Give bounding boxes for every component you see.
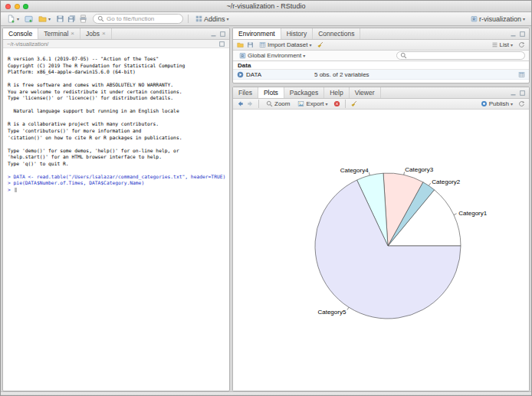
environment-object-list: Data DATA 5 obs. of 2 variables — [233, 61, 529, 83]
environment-tabbar: Environment History Connections — [233, 28, 529, 40]
console-working-directory: ~/r-visualization/ — [3, 40, 229, 48]
remove-plot-icon[interactable] — [333, 100, 340, 107]
load-workspace-icon[interactable] — [237, 41, 244, 48]
pie-label: Category1 — [458, 210, 487, 217]
tab-label: Files — [238, 89, 252, 97]
window-bottom-strip — [1, 391, 531, 395]
list-icon — [491, 41, 498, 48]
console-line: Type 'demo()' for some demos, 'help()' f… — [8, 148, 225, 155]
zoom-button[interactable]: Zoom — [264, 100, 292, 108]
console-line: Natural language support but running in … — [8, 108, 225, 115]
console-line: R is free software and comes with ABSOLU… — [8, 82, 225, 89]
object-summary: 5 obs. of 2 variables — [314, 71, 516, 78]
zoom-label: Zoom — [274, 100, 290, 107]
export-button[interactable]: Export ▾ — [295, 100, 330, 108]
console-line: R is a collaborative project with many c… — [8, 121, 225, 128]
pie-label-tick — [347, 307, 349, 309]
open-file-button[interactable]: ▾ — [36, 14, 53, 24]
publish-button[interactable]: Publish ▾ — [478, 100, 515, 108]
addins-menu-button[interactable]: Addins ▾ — [193, 15, 232, 24]
tab-console[interactable]: Console — [3, 28, 38, 39]
new-project-icon[interactable] — [25, 15, 33, 23]
minimize-panel-icon[interactable] — [510, 31, 517, 38]
view-data-icon[interactable] — [518, 71, 525, 78]
tab-plots[interactable]: Plots — [258, 87, 284, 98]
save-workspace-icon[interactable] — [247, 41, 254, 48]
minimize-panel-icon[interactable] — [210, 31, 217, 38]
dropdown-caret-icon: ▾ — [227, 17, 229, 21]
close-tab-icon[interactable]: × — [102, 31, 106, 37]
tab-help[interactable]: Help — [324, 87, 349, 98]
tab-files[interactable]: Files — [233, 87, 258, 98]
new-file-button[interactable]: ▾ — [5, 14, 21, 24]
goto-file-placeholder: Go to file/function — [107, 15, 154, 22]
tab-history[interactable]: History — [281, 28, 313, 39]
window-title: ~/r-visualization - RStudio — [47, 1, 485, 12]
previous-plot-icon[interactable] — [237, 100, 244, 107]
close-tab-icon[interactable]: × — [71, 31, 74, 37]
tab-label: Plots — [264, 89, 278, 97]
expand-console-icon[interactable] — [218, 41, 225, 47]
console-line — [8, 102, 225, 109]
pie-label: Category4 — [340, 167, 369, 174]
print-icon[interactable] — [79, 15, 87, 23]
working-directory-path[interactable]: ~/r-visualization/ — [7, 41, 48, 47]
console-line — [8, 115, 225, 122]
dropdown-caret-icon: ▾ — [309, 43, 311, 47]
save-file-icon[interactable] — [56, 15, 64, 23]
dropdown-caret-icon: ▾ — [523, 17, 525, 21]
list-view-button[interactable]: List ▾ — [489, 41, 515, 49]
refresh-plot-icon[interactable] — [518, 100, 525, 107]
console-line: Type 'q()' to quit R. — [8, 161, 225, 168]
import-dataset-button[interactable]: Import Dataset ▾ — [257, 41, 314, 49]
tab-connections[interactable]: Connections — [313, 28, 360, 39]
titlebar: ~/r-visualization - RStudio — [1, 1, 531, 12]
clear-all-plots-icon[interactable] — [350, 100, 357, 107]
next-plot-icon[interactable] — [247, 100, 254, 107]
pie-chart: Category1Category2Category3Category4Cate… — [265, 146, 511, 345]
environment-section-header: Data — [233, 61, 529, 70]
goto-file-search[interactable]: Go to file/function — [93, 14, 183, 24]
console-line — [8, 141, 225, 148]
tab-jobs[interactable]: Jobs × — [80, 28, 112, 39]
expand-object-icon[interactable] — [237, 71, 244, 78]
clear-objects-icon[interactable] — [317, 41, 323, 48]
export-icon — [297, 100, 304, 107]
minimize-window-button[interactable] — [15, 4, 20, 9]
project-name-label: r-visualization — [479, 15, 521, 23]
save-all-icon[interactable] — [67, 15, 76, 23]
console-line — [8, 167, 225, 174]
tab-environment[interactable]: Environment — [233, 28, 281, 39]
environment-scope-selector[interactable]: Global Environment ▾ — [237, 51, 307, 60]
close-window-button[interactable] — [5, 4, 11, 9]
pie-label-tick — [429, 183, 430, 185]
pie-label: Category5 — [317, 309, 346, 316]
export-label: Export — [306, 100, 323, 107]
maximize-panel-icon[interactable] — [519, 31, 526, 38]
plot-display-area: Category1Category2Category3Category4Cate… — [233, 110, 529, 391]
environment-object-row[interactable]: DATA 5 obs. of 2 variables — [233, 70, 529, 80]
environment-panel: Environment History Connections — [232, 28, 530, 83]
console-tabbar: Console Terminal × Jobs × — [3, 28, 229, 40]
tab-terminal[interactable]: Terminal × — [38, 28, 80, 39]
tab-viewer[interactable]: Viewer — [350, 87, 381, 98]
maximize-panel-icon[interactable] — [219, 31, 226, 38]
plots-toolbar: Zoom Export ▾ Publish ▾ — [233, 99, 529, 110]
workspace: Console Terminal × Jobs × ~/r-visualizat… — [1, 26, 531, 391]
tab-packages[interactable]: Packages — [284, 87, 324, 98]
environment-search-input[interactable] — [396, 51, 525, 60]
dropdown-caret-icon: ▾ — [17, 17, 19, 21]
toolbar-divider — [345, 100, 346, 108]
minimize-panel-icon[interactable] — [510, 90, 517, 97]
window-controls — [5, 4, 28, 9]
pie-label: Category2 — [432, 178, 460, 185]
dropdown-caret-icon: ▾ — [511, 102, 513, 106]
tab-label: Viewer — [355, 89, 375, 97]
toolbar-divider — [258, 100, 259, 108]
refresh-environment-icon[interactable] — [518, 41, 525, 48]
project-menu-button[interactable]: r-visualization ▾ — [468, 15, 527, 24]
zoom-window-button[interactable] — [23, 4, 28, 9]
console-output[interactable]: R version 3.6.1 (2019-07-05) -- "Action … — [3, 48, 229, 391]
maximize-panel-icon[interactable] — [519, 90, 526, 97]
tab-label: Console — [8, 30, 32, 38]
